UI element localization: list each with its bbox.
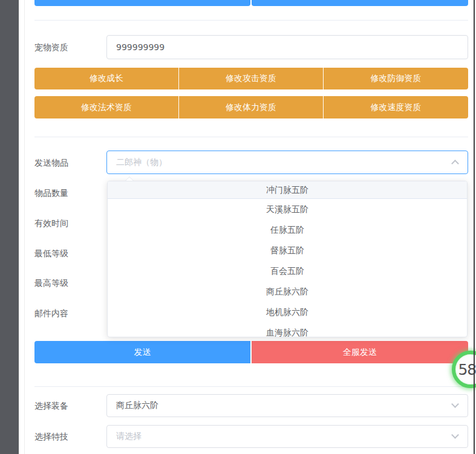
divider-bottom: [34, 386, 468, 387]
send-item-dropdown: 冲门脉五阶 天溪脉五阶 任脉五阶 督脉五阶 百会五阶 商丘脉六阶 地机脉六阶 血…: [107, 181, 468, 337]
top-action-button-right[interactable]: [252, 0, 468, 6]
dropdown-option[interactable]: 商丘脉六阶: [108, 281, 467, 302]
left-sidebar: [0, 0, 19, 454]
divider-top: [34, 20, 468, 21]
chevron-up-icon: [451, 160, 459, 167]
dropdown-option[interactable]: 督脉五阶: [108, 240, 467, 261]
top-action-button-left[interactable]: [34, 0, 250, 6]
send-all-servers-button[interactable]: 全服发送: [252, 341, 468, 363]
chevron-down-icon: [451, 431, 459, 439]
dropdown-option[interactable]: 天溪脉五阶: [108, 199, 467, 219]
mail-content-label: 邮件内容: [34, 307, 68, 319]
right-edge-divider: [474, 0, 475, 454]
select-equipment-label: 选择装备: [34, 400, 68, 412]
divider-middle: [34, 137, 468, 137]
modify-magic-button[interactable]: 修改法术资质: [34, 96, 178, 118]
dropdown-option[interactable]: 百会五阶: [108, 261, 467, 281]
item-quantity-label: 物品数量: [34, 187, 68, 199]
dropdown-caret-fill: [126, 177, 133, 181]
chevron-down-icon: [451, 400, 459, 408]
dropdown-option[interactable]: 冲门脉五阶: [108, 181, 467, 199]
dropdown-option[interactable]: 地机脉六阶: [108, 302, 467, 322]
send-item-label: 发送物品: [34, 157, 68, 169]
modify-stamina-button[interactable]: 修改体力资质: [179, 96, 323, 118]
pet-aptitude-input[interactable]: [106, 35, 468, 59]
skill-select-placeholder: 请选择: [116, 431, 142, 442]
modify-defense-button[interactable]: 修改防御资质: [324, 68, 468, 89]
send-button[interactable]: 发送: [34, 341, 250, 363]
send-item-select-placeholder: 二郎神（物）: [116, 157, 167, 168]
equipment-select[interactable]: 商丘脉六阶: [106, 394, 468, 417]
modify-speed-button[interactable]: 修改速度资质: [324, 96, 468, 118]
select-skill-label: 选择特技: [34, 430, 68, 443]
valid-duration-label: 有效时间: [34, 217, 68, 229]
dropdown-option[interactable]: 任脉五阶: [108, 219, 467, 240]
pet-aptitude-label: 宠物资质: [34, 41, 68, 53]
modify-growth-button[interactable]: 修改成长: [34, 68, 178, 89]
content-left-border: [24, 0, 25, 454]
max-level-label: 最高等级: [34, 277, 68, 289]
send-item-select[interactable]: 二郎神（物）: [106, 151, 468, 174]
skill-select[interactable]: 请选择: [106, 425, 468, 448]
dropdown-option[interactable]: 血海脉六阶: [108, 322, 467, 337]
modify-attack-button[interactable]: 修改攻击资质: [179, 68, 323, 89]
admin-tool-screen: 宠物资质 修改成长 修改攻击资质 修改防御资质 修改法术资质 修改体力资质 修改…: [0, 0, 476, 454]
min-level-label: 最低等级: [34, 247, 68, 259]
equipment-select-value: 商丘脉六阶: [116, 400, 158, 411]
